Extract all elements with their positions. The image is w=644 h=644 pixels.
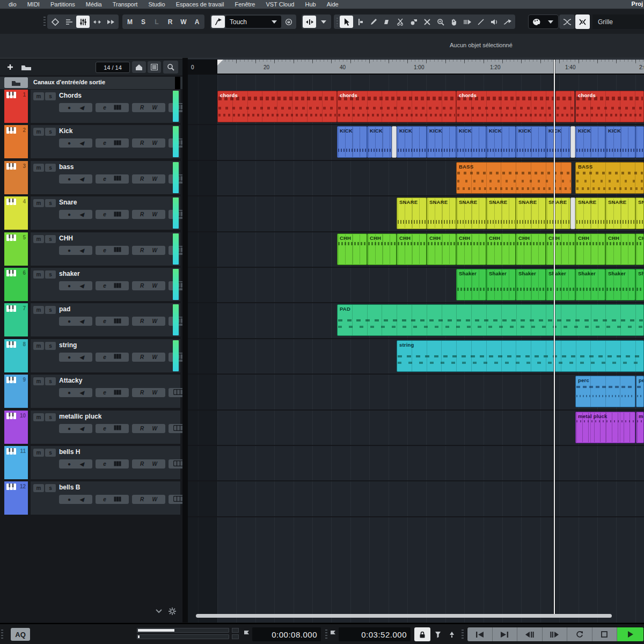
track-mute-button[interactable]: m — [33, 235, 44, 243]
suspend-automation-button[interactable]: A — [191, 16, 203, 28]
object-selection-tool[interactable] — [340, 16, 353, 28]
write-automation-icon[interactable]: W — [152, 247, 157, 253]
track-header[interactable]: msmetallic pluck●◀eRW — [31, 411, 180, 444]
write-all-button[interactable]: W — [177, 16, 190, 28]
zoom-tool[interactable] — [434, 16, 447, 28]
aq-button[interactable]: AQ — [11, 628, 30, 641]
track-row-pad[interactable]: 7mspad●◀eRW — [0, 303, 182, 338]
menu-item-partitions[interactable]: Partitions — [45, 1, 80, 8]
track-lane[interactable] — [188, 446, 644, 481]
autoscroll-options-chevron[interactable] — [317, 16, 330, 28]
monitor-icon[interactable]: ◀ — [79, 105, 84, 111]
menu-item-m-dia[interactable]: Média — [80, 1, 107, 8]
edit-instrument-icon[interactable] — [114, 390, 121, 396]
midi-clip-chh[interactable]: CHH — [486, 233, 516, 265]
midi-clip-kick[interactable]: KICK — [605, 126, 635, 158]
track-solo-button[interactable]: s — [45, 92, 56, 100]
monitor-icon[interactable]: ◀ — [79, 283, 84, 289]
track-solo-button[interactable]: s — [45, 377, 56, 385]
track-row-metallic-pluck[interactable]: 10msmetallic pluck●◀eRW — [0, 411, 182, 445]
edit-instrument-icon[interactable] — [114, 105, 121, 111]
midi-clip-snare[interactable]: SNARE — [397, 197, 427, 229]
track-row-kick[interactable]: 2msKick●◀eRW — [0, 125, 182, 159]
primary-time-display[interactable]: 0:00:08.000 — [252, 627, 321, 641]
use-track-preset-button[interactable] — [18, 61, 34, 73]
edit-instrument-icon[interactable] — [114, 496, 121, 503]
midi-clip-chh[interactable]: CHH — [605, 233, 635, 265]
midi-clip-chh[interactable]: CHH — [456, 233, 486, 265]
menu-item-espaces-de-travail[interactable]: Espaces de travail — [171, 1, 230, 8]
read-all-button[interactable]: R — [164, 16, 177, 28]
show-lanes-icon[interactable] — [173, 425, 184, 432]
edit-instrument-icon[interactable] — [114, 461, 121, 467]
record-enable-icon[interactable]: ● — [68, 247, 71, 253]
lock-button[interactable] — [414, 627, 430, 641]
midi-clip-kick[interactable]: KICK — [575, 126, 605, 158]
menu-item-fen-tre[interactable]: Fenêtre — [230, 1, 261, 8]
track-color-strip[interactable]: 7 — [4, 303, 28, 336]
monitor-icon[interactable]: ◀ — [79, 176, 84, 182]
glue-tool[interactable] — [407, 16, 420, 28]
mute-tool[interactable] — [420, 16, 434, 28]
comp-tool[interactable] — [501, 16, 514, 28]
record-enable-icon[interactable]: ● — [68, 283, 71, 289]
marker-jump-button[interactable] — [445, 627, 458, 641]
midi-clip-ch[interactable]: CH — [635, 233, 644, 265]
track-row-bells-h[interactable]: 11msbells H●◀eRW — [0, 446, 182, 480]
show-lanes-icon[interactable] — [173, 496, 184, 503]
midi-clip-snare[interactable]: SNARE — [605, 197, 635, 229]
midi-clip-kick[interactable]: KICK — [486, 126, 516, 158]
track-name[interactable]: metallic pluck — [59, 413, 101, 420]
timeline-ruler-scale[interactable] — [217, 60, 644, 75]
edit-channel-icon[interactable]: e — [103, 283, 106, 289]
monitor-icon[interactable]: ◀ — [79, 247, 84, 253]
menu-item-aide[interactable]: Aide — [321, 1, 344, 8]
edit-channel-icon[interactable]: e — [103, 140, 106, 146]
midi-clip-kick[interactable]: KICK — [397, 126, 427, 158]
track-color-strip[interactable]: 9 — [4, 375, 28, 408]
track-row-attacky[interactable]: 9msAttacky●◀eRW — [0, 375, 182, 409]
track-mute-button[interactable]: m — [33, 413, 44, 421]
record-enable-icon[interactable]: ● — [68, 211, 71, 217]
record-enable-icon[interactable]: ● — [68, 426, 71, 431]
find-track-button[interactable] — [163, 61, 178, 74]
read-automation-icon[interactable]: R — [140, 211, 144, 217]
track-header[interactable]: mspad●◀eRW — [31, 303, 180, 336]
track-solo-button[interactable]: s — [45, 413, 56, 421]
expand-tracks-icon[interactable] — [90, 16, 104, 28]
read-automation-icon[interactable]: R — [140, 176, 144, 182]
play-button[interactable] — [617, 627, 643, 641]
listen-button[interactable]: L — [150, 16, 163, 28]
midi-clip-snare[interactable]: SNARE — [575, 197, 605, 229]
track-mute-button[interactable]: m — [33, 199, 44, 207]
track-solo-button[interactable]: s — [45, 199, 56, 207]
read-automation-icon[interactable]: R — [140, 461, 144, 467]
play-tool[interactable] — [460, 16, 474, 28]
midi-clip-kick[interactable]: KICK — [427, 126, 456, 158]
edit-channel-icon[interactable]: e — [103, 426, 106, 431]
panel-divider[interactable] — [182, 58, 188, 623]
write-automation-icon[interactable]: W — [152, 140, 157, 146]
snap-icon[interactable] — [575, 14, 590, 29]
midi-clip-pad[interactable]: PAD — [337, 304, 644, 336]
record-enable-icon[interactable]: ● — [68, 461, 71, 467]
menu-item-dio[interactable]: dio — [3, 1, 22, 8]
track-solo-button[interactable]: s — [45, 484, 56, 492]
midi-clip-chh[interactable]: CHH — [546, 233, 575, 265]
track-mute-button[interactable]: m — [33, 270, 44, 279]
edit-channel-icon[interactable]: e — [103, 461, 106, 467]
track-mute-button[interactable]: m — [33, 449, 44, 457]
monitor-icon[interactable]: ◀ — [79, 211, 84, 217]
autoscroll-icon[interactable] — [303, 16, 316, 28]
midi-clip-gap[interactable] — [570, 126, 575, 158]
record-enable-icon[interactable]: ● — [68, 318, 71, 324]
edit-instrument-icon[interactable] — [114, 425, 121, 431]
edit-channel-icon[interactable]: e — [103, 318, 106, 324]
monitor-icon[interactable]: ◀ — [79, 461, 84, 467]
track-row-bells-b[interactable]: 12msbells B●◀eRW — [0, 481, 182, 516]
edit-channel-icon[interactable]: e — [103, 176, 106, 182]
track-name[interactable]: CHH — [59, 235, 73, 242]
midi-clip-sh[interactable]: Sh — [635, 269, 644, 301]
write-automation-icon[interactable]: W — [152, 496, 157, 502]
midi-clip-chords[interactable] — [555, 91, 575, 122]
